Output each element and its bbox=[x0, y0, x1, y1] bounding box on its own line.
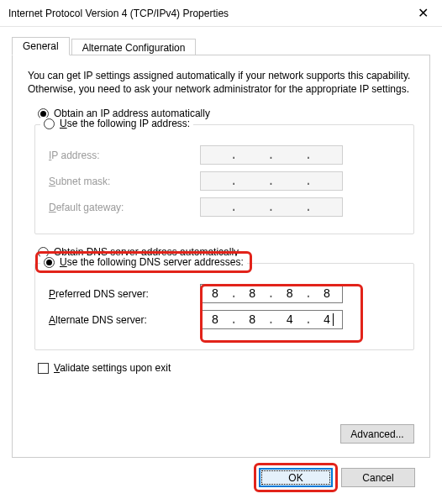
validate-checkbox[interactable] bbox=[38, 363, 49, 374]
advanced-button[interactable]: Advanced... bbox=[340, 424, 414, 444]
radio-dns-manual-label: Use the following DNS server addresses: bbox=[60, 256, 244, 268]
tabpanel-general: You can get IP settings assigned automat… bbox=[12, 55, 430, 458]
ip-address-label: IP address: bbox=[44, 150, 195, 161]
tab-general-label: General bbox=[23, 40, 59, 52]
tabstrip: General Alternate Configuration bbox=[12, 35, 430, 55]
window-title: Internet Protocol Version 4 (TCP/IPv4) P… bbox=[8, 8, 403, 19]
group-ip-legend[interactable]: Use the following IP address: bbox=[40, 118, 193, 129]
subnet-mask-label: Subnet mask: bbox=[44, 176, 195, 187]
titlebar: Internet Protocol Version 4 (TCP/IPv4) P… bbox=[0, 0, 442, 27]
radio-dns-manual[interactable] bbox=[44, 257, 55, 268]
alternate-dns-label: Alternate DNS server: bbox=[44, 314, 195, 326]
close-button[interactable]: ✕ bbox=[403, 0, 442, 27]
close-icon: ✕ bbox=[418, 5, 429, 21]
text-cursor bbox=[333, 313, 334, 326]
tab-alternate-label: Alternate Configuration bbox=[82, 42, 186, 54]
default-gateway-label: Default gateway: bbox=[44, 202, 195, 213]
advanced-button-label: Advanced... bbox=[350, 428, 403, 440]
tab-general[interactable]: General bbox=[12, 37, 70, 55]
preferred-dns-label: Preferred DNS server: bbox=[44, 288, 195, 300]
validate-row[interactable]: Validate settings upon exit bbox=[38, 362, 414, 374]
group-ip-manual: Use the following IP address: IP address… bbox=[34, 124, 414, 234]
ok-button-label: OK bbox=[288, 472, 303, 484]
tab-alternate[interactable]: Alternate Configuration bbox=[71, 39, 197, 56]
preferred-dns-input[interactable]: 8. 8. 8. 8 bbox=[200, 284, 343, 303]
default-gateway-input: ... bbox=[200, 197, 343, 217]
ok-button[interactable]: OK bbox=[259, 468, 333, 487]
description-text: You can get IP settings assigned automat… bbox=[28, 69, 414, 96]
dialog-buttons: OK Cancel bbox=[12, 458, 430, 487]
subnet-mask-input: ... bbox=[200, 171, 343, 191]
group-dns-manual: Use the following DNS server addresses: … bbox=[34, 263, 414, 350]
radio-ip-manual[interactable] bbox=[44, 118, 55, 129]
cancel-button-label: Cancel bbox=[362, 472, 393, 484]
ip-address-input: ... bbox=[200, 145, 343, 165]
validate-label: Validate settings upon exit bbox=[54, 362, 171, 374]
alternate-dns-input[interactable]: 8. 8. 4. 4 bbox=[200, 310, 343, 329]
cancel-button[interactable]: Cancel bbox=[341, 468, 415, 487]
group-dns-legend[interactable]: Use the following DNS server addresses: bbox=[40, 256, 247, 268]
radio-ip-manual-label: Use the following IP address: bbox=[60, 118, 190, 129]
